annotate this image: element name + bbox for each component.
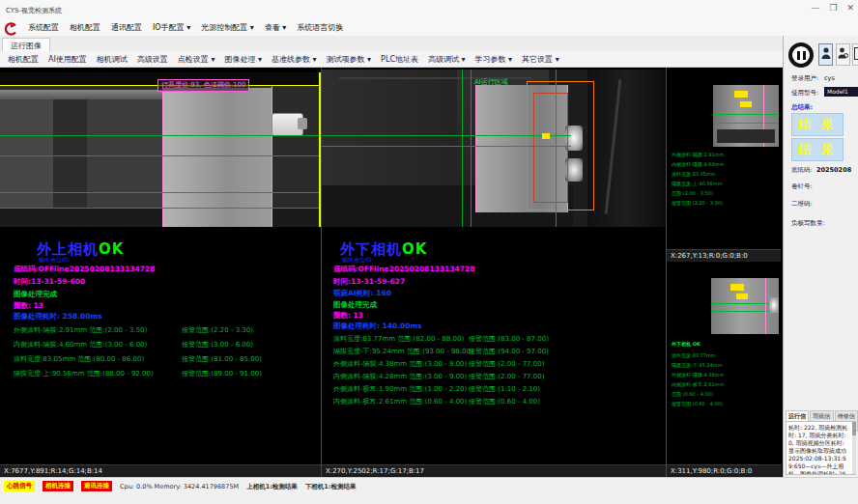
camera-image-small-bottom[interactable]: 外下相机 OK 涂料宽度:83.77mm 隔膜宽度-下:95.24mm 外侧涂料… [667,263,781,464]
mini-text: 涂料宽度:83.77mm [672,351,716,360]
baseline-green [471,70,472,227]
mini-image [711,278,779,334]
mini-image [713,85,779,147]
tool-camera-config[interactable]: 相机配置 [8,54,39,65]
user-manage-button[interactable] [836,43,850,66]
cpu-memory-text: Cpu: 0.0% Memory: 3424.41796875M [120,481,239,490]
marker-yellow [542,133,550,139]
exit-button[interactable] [852,43,858,66]
time-line: 时间:13-31-59-627 [333,277,405,287]
menu-light-config[interactable]: 光源控制配置 ▾ [201,22,254,33]
barcode-line: 底纸码:OFFline20250208133134728 [14,265,155,274]
close-button[interactable]: ✕ [846,3,854,13]
camera-image-mid[interactable]: AI运行区域 [322,70,666,227]
tool-image-processing[interactable]: 图像处理 ▾ [224,54,262,65]
measurement-text: 外侧涂料-极耳:1.90mm 范围:(1.00 - 2.20) [333,384,467,394]
tool-advanced-settings[interactable]: 高级设置 [137,54,168,65]
edge-line [765,278,766,334]
measurement-text: 外侧涂料-隔膜:2.91mm 范围:(2.00 - 3.50) [14,325,147,335]
decor [0,208,321,227]
menu-system-config[interactable]: 系统配置 [28,22,59,33]
alarm-range-text: 报警范围:(81.00 - 85.00) [182,354,262,364]
menu-camera-config[interactable]: 相机配置 [70,22,100,33]
tool-plc-address[interactable]: PLC地址表 [381,54,418,65]
pixel-coordinate-bar-left: X:7677,Y:891;R:14;G:14;B:14 [0,464,321,477]
log-scrollbar-thumb[interactable] [852,422,856,435]
tool-learning-params[interactable]: 学习参数 ▾ [475,54,513,65]
barcode-line: 底纸码:OFFline20250208133134728 [333,265,474,274]
alarm-range-text: 报警范围:(83.00 - 87.00) [469,334,549,344]
baseline-green [462,70,463,227]
decor [0,90,162,99]
baseline-green [0,135,321,136]
mini-text: 内侧涂料-隔膜:4.60mm [672,160,724,169]
app-window: CYS-视觉检测系统 — ❐ ✕ 系统配置 相机配置 通讯配置 IO手配置 ▾ … [0,0,858,504]
menu-comm-config[interactable]: 通讯配置 [111,22,142,33]
tool-advanced-debug[interactable]: 高级调试 ▾ [428,54,466,65]
ai-time-line: 瑕疵AI耗时: 160 [333,289,391,298]
model-select[interactable]: Model1 [824,87,858,97]
alarm-range-text: 报警范围:(0.60 - 4.00) [469,397,540,406]
run-log[interactable]: 耗时: 222, 瑕疵检测耗时: 17, 瑕疵分类耗时: 0, 瑕疵视频分区耗时… [786,421,856,475]
tab-run-image[interactable]: 运行图像 [2,38,50,51]
window-title: CYS-视觉检测系统 [6,6,62,15]
menu-language-switch[interactable]: 系统语言切换 [297,22,343,33]
coating-region [163,88,272,227]
alarm-range-text: 报警范围:(94.00 - 97.00) [469,347,549,356]
io-label: 输出点位IO: [39,256,70,265]
mini-text: 报警范围:(0.60 - 4.00) [672,400,723,408]
alarm-range-text: 报警范围:(2.20 - 3.30) [182,325,253,335]
loops-line: 圈数: 13 [14,301,43,311]
base-barcode-value: 20250208 [816,166,851,174]
login-user-button[interactable] [818,43,833,66]
measurement-text: 涂料宽度:83.77mm 范围:(82.00 - 88.00) [333,334,464,344]
decor [298,118,307,129]
tool-camera-debug[interactable]: 相机调试 [97,54,128,65]
camera-image-left[interactable]: 行高度值:93, 色泽阈值:100 [0,72,321,227]
roll-needle-label: 卷针号: [791,182,813,191]
mini-text: 外侧涂料-隔膜:4.38mm [672,371,724,379]
tool-spot-check[interactable]: 点检设置 ▾ [178,54,215,65]
io-label: 输出点位IO: [342,256,373,265]
log-scrollbar[interactable] [852,422,856,474]
threshold-label: 行高度值:93, 色泽阈值:100 [157,79,249,92]
marker-yellow [734,91,748,98]
alarm-range-text: 报警范围:(3.00 - 6.00) [182,340,253,350]
measurement-row: 内侧涂料-隔膜:4.28mm 范围:(3.00 - 9.00) 报警范围:(2.… [333,372,662,381]
toolbar: 相机配置 AI使用配置 相机调试 高级设置 点检设置 ▾ 图像处理 ▾ 基准线参… [0,51,783,68]
login-user-value: cys [824,74,835,82]
tool-other-settings[interactable]: 其它设置 ▾ [522,54,559,65]
menu-view[interactable]: 查看 ▾ [265,22,287,33]
pause-button[interactable] [788,42,814,68]
lower-camera-result-text: 下相机1:检测结果 [305,481,357,491]
camera-image-small-top[interactable]: 外侧涂料-隔膜:2.91mm 内侧涂料-隔膜:4.60mm 涂料宽度:83.05… [667,70,781,249]
base-barcode-label: 底纸码: [791,166,813,175]
mini-text: 隔膜宽度-下:95.24mm [672,361,723,370]
measurement-text: 内侧涂料-隔膜:4.28mm 范围:(3.00 - 9.00) [333,372,467,381]
seam-line-yellow [319,72,321,227]
time-line: 时间:13-31-59-600 [14,277,85,287]
total-result-label: 总结果: [791,103,813,112]
user-icon [821,45,831,64]
measurement-row: 隔膜宽度-下:95.24mm 范围:(93.00 - 98.00) 报警范围:(… [333,347,662,356]
maximize-button[interactable]: ❐ [829,3,837,13]
decor [587,70,666,227]
tool-test-params[interactable]: 测试项参数 ▾ [327,54,372,65]
minimize-button[interactable]: — [811,3,819,13]
edge-line-left [162,86,163,227]
measurement-row: 内侧涂料-隔膜:4.60mm 范围:(3.00 - 6.00) 报警范围:(3.… [14,340,315,350]
camera-link-badge: 相机连接 [43,481,73,491]
edge-line-right [272,86,272,227]
measurement-row: 涂料宽度:83.05mm 范围:(80.00 - 86.00) 报警范围:(81… [14,354,315,364]
tool-baseline-params[interactable]: 基准线参数 ▾ [272,54,317,65]
decor [717,129,775,143]
baseline-green [0,208,321,209]
measurement-row: 外侧涂料-隔膜:2.91mm 范围:(2.00 - 3.50) 报警范围:(2.… [14,325,315,335]
measurement-row: 外侧涂料-隔膜:4.38mm 范围:(3.00 - 9.00) 报警范围:(2.… [333,359,662,369]
tool-ai-config[interactable]: AI使用配置 [48,54,87,65]
comm-link-badge: 通讯连接 [81,481,112,491]
elapsed-line: 图像处理耗时: 258.00ms [14,312,102,322]
menu-io-config[interactable]: IO手配置 ▾ [153,22,190,33]
measurement-row: 隔膜宽度-上:90.56mm 范围:(88.00 - 92.00) 报警范围:(… [14,369,315,378]
status-bar: 心跳信号 相机连接 通讯连接 Cpu: 0.0% Memory: 3424.41… [0,477,858,504]
